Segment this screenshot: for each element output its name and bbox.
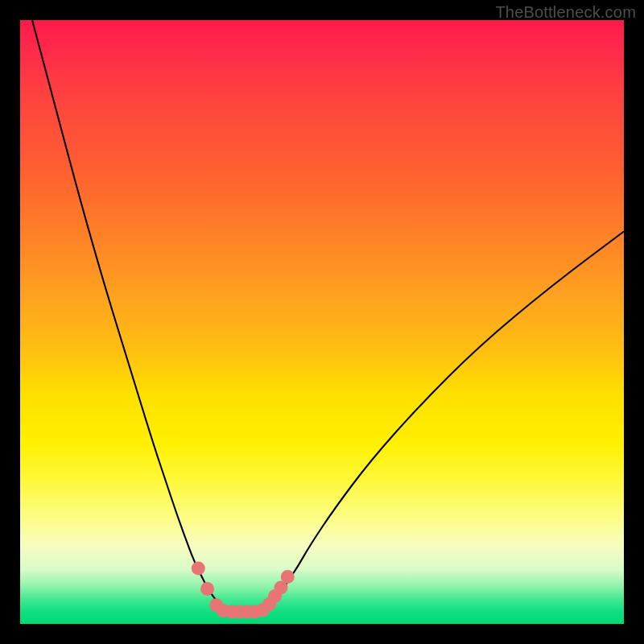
marker-group	[192, 562, 295, 619]
watermark-text: TheBottleneck.com	[495, 3, 636, 22]
left-curve	[32, 20, 232, 611]
chart-frame: TheBottleneck.com	[0, 0, 644, 644]
plot-area	[20, 20, 624, 624]
marker-dot	[192, 562, 205, 576]
marker-dot	[281, 570, 295, 584]
marker-dot	[200, 582, 214, 596]
curve-layer	[20, 20, 624, 624]
right-curve	[262, 232, 624, 611]
